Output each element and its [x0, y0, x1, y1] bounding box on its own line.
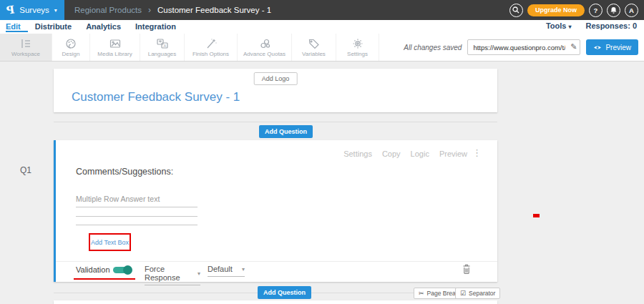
- top-navbar: P Surveys ▾ Regional Products › Customer…: [0, 0, 644, 20]
- question-logic-link[interactable]: Logic: [411, 149, 429, 158]
- magic-wand-icon: [205, 38, 218, 49]
- search-button[interactable]: [509, 4, 523, 17]
- breadcrumb: Regional Products › Customer Feedback Su…: [74, 0, 271, 20]
- notifications-button[interactable]: [607, 4, 620, 17]
- toolbar-item-variables[interactable]: Variables: [292, 34, 336, 61]
- search-icon: [512, 6, 519, 14]
- toolbar-item-workspace[interactable]: Workspace: [0, 34, 52, 61]
- default-validation-dropdown[interactable]: Default ▾: [208, 265, 245, 277]
- tools-label: Tools: [546, 21, 567, 30]
- survey-title-card: Add Logo Customer Feedback Survey - 1: [54, 69, 497, 112]
- chevron-down-icon: ▾: [54, 7, 57, 14]
- tools-menu[interactable]: Tools ▾: [546, 21, 572, 30]
- survey-url-wrap: ✎: [467, 39, 580, 55]
- toolbar-item-languages[interactable]: A Languages: [140, 34, 185, 61]
- toolbar-item-label: Media Library: [97, 51, 132, 57]
- question-text[interactable]: Comments/Suggestions:: [76, 167, 173, 177]
- toolbar-item-finish-options[interactable]: Finish Options: [185, 34, 238, 61]
- chevron-down-icon: ▾: [197, 270, 200, 277]
- toolbar-item-advance-quotas[interactable]: Advance Quotas: [238, 34, 292, 61]
- question-footer-divider: [56, 261, 497, 262]
- app-menu-label: Surveys: [19, 6, 49, 14]
- toolbar-item-media-library[interactable]: Media Library: [90, 34, 140, 61]
- tab-integration[interactable]: Integration: [128, 20, 183, 32]
- toolbar-item-label: Variables: [302, 51, 326, 57]
- answer-row-line[interactable]: [76, 216, 197, 217]
- answer-row-line[interactable]: [76, 225, 197, 225]
- delete-question-button[interactable]: [462, 263, 472, 278]
- image-icon: [109, 38, 122, 49]
- question-actions: Settings Copy Logic Preview: [343, 149, 467, 158]
- toolbar-item-settings[interactable]: Settings: [336, 34, 379, 61]
- question-more-menu-icon[interactable]: ⋮: [472, 148, 482, 157]
- tab-edit[interactable]: Edit: [6, 20, 28, 32]
- surveys-app-menu[interactable]: P Surveys ▾: [0, 0, 64, 20]
- validation-toggle[interactable]: [113, 266, 132, 274]
- breadcrumb-parent[interactable]: Regional Products: [74, 6, 142, 14]
- trash-icon: [462, 263, 472, 275]
- annotation-highlight-box: Add Text Box: [89, 233, 131, 251]
- palette-icon: [64, 38, 77, 49]
- responses-count[interactable]: Responses: 0: [585, 21, 637, 30]
- menu-bar-right: Tools ▾ Responses: 0: [546, 21, 637, 30]
- toolbar-item-label: Settings: [347, 51, 368, 57]
- gear-icon: [351, 38, 364, 49]
- breadcrumb-current: Customer Feedback Survey - 1: [157, 6, 271, 14]
- force-response-dropdown[interactable]: Force Response ▾: [145, 265, 200, 285]
- edit-url-icon[interactable]: ✎: [570, 42, 577, 52]
- tab-analytics[interactable]: Analytics: [79, 20, 128, 32]
- toolbar-item-label: Workspace: [11, 51, 40, 57]
- tab-distribute[interactable]: Distribute: [28, 20, 79, 32]
- section-divider: [54, 122, 497, 122]
- add-text-box-link[interactable]: Add Text Box: [91, 239, 129, 246]
- add-question-button-bottom[interactable]: Add Question: [258, 286, 311, 299]
- toolbar-item-label: Finish Options: [192, 51, 229, 57]
- avatar[interactable]: A: [625, 4, 638, 17]
- question-preview-link[interactable]: Preview: [439, 149, 467, 158]
- translate-icon: A: [156, 38, 169, 49]
- toggle-knob: [123, 265, 132, 275]
- add-question-button-top[interactable]: Add Question: [259, 125, 313, 138]
- breadcrumb-separator-icon: ›: [148, 5, 151, 15]
- toolbar-item-design[interactable]: Design: [52, 34, 90, 61]
- menu-bar: Edit Distribute Analytics Integration To…: [0, 20, 644, 34]
- survey-title[interactable]: Customer Feedback Survey - 1: [72, 90, 240, 104]
- question-settings-link[interactable]: Settings: [343, 149, 372, 158]
- workspace-icon: [19, 38, 32, 49]
- menu-items: Edit Distribute Analytics Integration: [6, 20, 183, 34]
- editor-toolbar: Workspace Design Media Library A Languag…: [0, 34, 644, 62]
- quotas-icon: [258, 38, 271, 49]
- answer-row-line[interactable]: [76, 207, 197, 207]
- tag-icon: [308, 38, 321, 49]
- navbar-actions: Upgrade Now ? A: [509, 0, 638, 20]
- add-logo-button[interactable]: Add Logo: [254, 72, 298, 85]
- preview-button[interactable]: Preview: [586, 39, 638, 55]
- upgrade-now-button[interactable]: Upgrade Now: [527, 4, 585, 16]
- survey-url-input[interactable]: [467, 39, 580, 55]
- save-status: All changes saved: [404, 44, 462, 52]
- page-break-icon: ✂: [419, 290, 424, 297]
- chevron-down-icon: ▾: [242, 266, 245, 273]
- validation-label: Validation: [76, 265, 110, 274]
- answer-placeholder[interactable]: Multiple Row Answer text: [76, 195, 160, 203]
- separator-label: Separator: [469, 290, 495, 297]
- toolbar-right: All changes saved ✎ Preview: [404, 39, 638, 55]
- next-section-card: [54, 300, 497, 304]
- checkbox-checked-icon: ☑: [460, 290, 466, 297]
- force-response-label: Force Response: [145, 265, 197, 282]
- chevron-down-icon: ▾: [568, 24, 571, 30]
- toolbar-item-label: Design: [62, 51, 80, 57]
- toolbar-item-label: Advance Quotas: [243, 51, 286, 57]
- annotation-red-dash: [533, 214, 540, 217]
- annotation-underline: [74, 278, 135, 280]
- separator-button[interactable]: ☑ Separator: [455, 288, 500, 299]
- question-card: Settings Copy Logic Preview ⋮ Comments/S…: [54, 140, 497, 282]
- default-label: Default: [208, 265, 233, 273]
- preview-label: Preview: [605, 44, 631, 52]
- page-break-label: Page Break: [427, 290, 459, 297]
- question-number: Q1: [20, 165, 31, 175]
- toolbar-item-label: Languages: [148, 51, 177, 57]
- help-button[interactable]: ?: [589, 4, 602, 17]
- questionpro-logo-icon: P: [6, 3, 16, 16]
- question-copy-link[interactable]: Copy: [382, 149, 401, 158]
